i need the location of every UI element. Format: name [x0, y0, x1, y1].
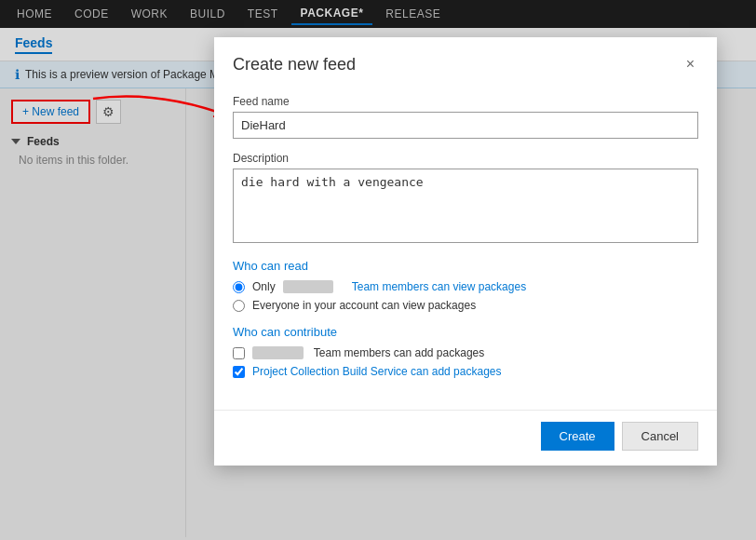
blurred-team-name [283, 280, 334, 293]
feed-name-label: Feed name [233, 95, 698, 108]
who-can-read-title: Who can read [233, 259, 698, 273]
contribute-permissions-checkboxes: Team members can add packages Project Co… [233, 346, 698, 378]
build-service-link[interactable]: Project Collection Build Service can add… [252, 365, 501, 378]
radio-everyone-label: Everyone in your account can view packag… [252, 299, 476, 312]
create-feed-dialog: Create new feed × Feed name Description … [214, 37, 717, 466]
dialog-body: Feed name Description die hard with a ve… [214, 88, 717, 410]
feed-name-group: Feed name [233, 95, 698, 139]
checkbox-team-contribute-label: Team members can add packages [311, 346, 485, 359]
who-can-contribute-title: Who can contribute [233, 325, 698, 339]
blurred-team-name-contribute [252, 346, 304, 359]
radio-team-suffix [341, 280, 344, 293]
radio-everyone[interactable]: Everyone in your account can view packag… [233, 299, 698, 312]
radio-everyone-input[interactable] [233, 300, 245, 312]
dialog-title: Create new feed [233, 55, 356, 74]
create-button[interactable]: Create [541, 422, 614, 451]
checkbox-build-service-input[interactable] [233, 366, 245, 378]
close-button[interactable]: × [682, 52, 698, 76]
description-label: Description [233, 152, 698, 165]
checkbox-team-contribute-input[interactable] [233, 347, 245, 359]
radio-team-members[interactable]: Only Team members can view packages [233, 280, 698, 293]
read-permissions-radios: Only Team members can view packages Ever… [233, 280, 698, 312]
who-can-contribute-group: Who can contribute Team members can add … [233, 325, 698, 378]
who-can-read-group: Who can read Only Team members can view … [233, 259, 698, 312]
description-input[interactable]: die hard with a vengeance [233, 169, 698, 243]
radio-team-members-input[interactable] [233, 281, 245, 293]
cancel-button[interactable]: Cancel [622, 422, 698, 451]
dialog-header: Create new feed × [214, 37, 717, 88]
checkbox-build-service[interactable]: Project Collection Build Service can add… [233, 365, 698, 378]
description-group: Description die hard with a vengeance [233, 152, 698, 246]
feed-name-input[interactable] [233, 112, 698, 139]
dialog-footer: Create Cancel [214, 410, 717, 466]
checkbox-team-contribute[interactable]: Team members can add packages [233, 346, 698, 359]
team-members-link[interactable]: Team members can view packages [352, 280, 526, 293]
radio-label-only: Only [252, 280, 276, 293]
